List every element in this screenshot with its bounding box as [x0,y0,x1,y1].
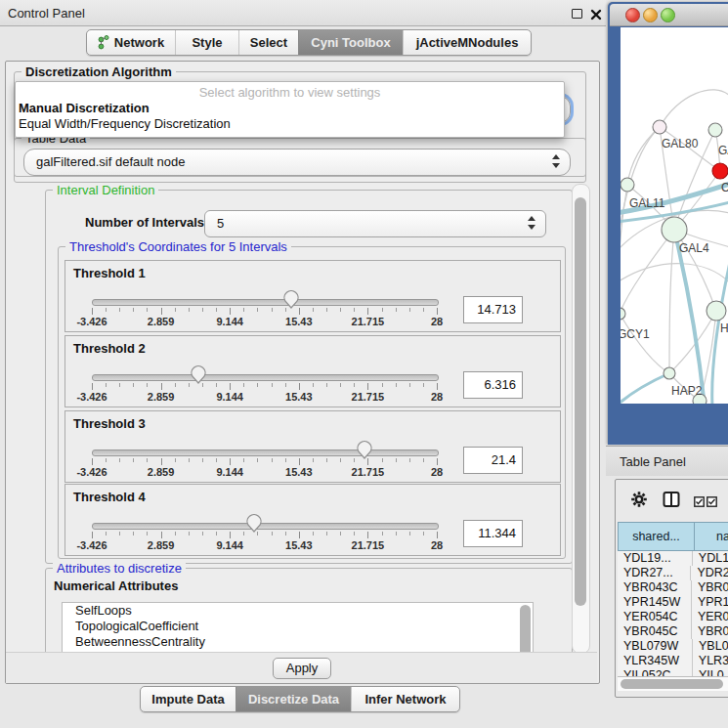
column-header-shared[interactable]: shared... [618,522,695,551]
traffic-red-icon[interactable] [625,8,640,22]
list-scrollbar[interactable] [520,605,531,652]
tab-impute-data[interactable]: Impute Data [141,687,236,711]
cell-shared-name[interactable]: YLR345W [618,654,693,668]
table-hscrollbar[interactable] [618,676,728,691]
num-intervals-label: Number of Intervals [85,215,204,230]
table-row[interactable]: YBR043CYBR0 [618,580,728,595]
column-header-name[interactable]: na [695,522,728,551]
cell-name[interactable]: YER0 [692,610,728,624]
cell-shared-name[interactable]: YIL052C [618,668,693,676]
tab-jactivemnodules[interactable]: jActiveMNodules [403,30,531,55]
cell-name[interactable]: YDL1 [693,551,728,566]
slider-track[interactable] [92,450,439,456]
slider-tick [354,308,355,312]
attribute-item[interactable]: BetweennessCentrality [75,634,533,650]
cell-shared-name[interactable]: YBR043C [618,580,692,595]
attribute-item[interactable]: TopologicalCoefficient [75,619,533,634]
tab-style[interactable]: Style [175,30,238,55]
slider-tick [340,458,341,462]
float-icon[interactable] [572,9,582,19]
attribute-item[interactable]: SelfLoops [75,603,533,619]
tab-cyni-toolbox[interactable]: Cyni Toolbox [298,30,403,55]
slider-tick [175,458,176,462]
table-row[interactable]: YDR27...YDR2 [618,566,728,580]
num-intervals-combo[interactable]: 5 [204,210,546,237]
network-node[interactable] [708,123,722,137]
numerical-attributes-list[interactable]: SelfLoopsTopologicalCoefficientBetweenne… [62,602,534,652]
scrollbar-thumb[interactable] [621,679,723,689]
threshold-value-field[interactable]: 14.713 [463,296,523,323]
tab-network[interactable]: Network [87,30,175,55]
network-canvas[interactable]: GAL80GACGAL11GAL4GCY1HHAP2 [621,27,728,404]
table-row[interactable]: YPR145WYPR1 [618,595,728,610]
scrollbar-thumb[interactable] [575,197,586,606]
gear-icon[interactable] [630,491,648,512]
cell-name[interactable]: YBR0 [692,580,728,595]
slider-tick [147,458,148,462]
slider-thumb-icon[interactable] [190,365,207,384]
checkbox-checked-icon[interactable] [707,493,717,511]
network-node[interactable] [712,163,728,179]
threshold-value-field[interactable]: 11.344 [463,520,523,547]
slider-tick [299,308,300,315]
tab-label: jActiveMNodules [416,35,519,50]
table-data-group: Table Data galFiltered.sif default node [14,138,586,183]
table-row[interactable]: YBR045CYBR0 [618,624,728,639]
panel-scrollbar[interactable] [572,184,590,654]
network-node[interactable] [707,301,726,321]
table-row[interactable]: YIL052CYIL0 [618,668,728,676]
network-window-titlebar[interactable] [610,4,728,26]
slider-track[interactable] [92,523,439,530]
cell-name[interactable]: YBR0 [692,624,728,639]
cell-shared-name[interactable]: YPR145W [618,595,692,610]
cell-name[interactable]: YDR2 [691,566,728,580]
dropdown-option-manual[interactable]: Manual Discretization [19,101,150,115]
control-panel-tabs: Network Style Select Cyni Toolbox jActiv… [86,29,532,56]
cell-name[interactable]: YLR3 [693,654,728,668]
group-title: Interval Definition [53,184,158,197]
threshold-panel: Threshold 3 -3.4262.8599.14415.4321.7152… [64,410,561,483]
slider-track[interactable] [92,299,439,306]
network-node[interactable] [621,178,634,192]
cell-shared-name[interactable]: YER054C [618,610,692,624]
close-icon[interactable] [590,7,602,19]
slider-tick [367,308,368,315]
slider-track[interactable] [92,374,439,381]
checkbox-checked-icon[interactable] [694,493,705,511]
threshold-value-field[interactable]: 21.4 [463,447,523,474]
network-node[interactable] [621,308,625,320]
tab-select[interactable]: Select [238,30,298,55]
apply-button[interactable]: Apply [273,658,331,679]
slider-tick-label: 15.43 [275,316,323,327]
slider-tick [340,532,341,535]
network-node[interactable] [664,367,675,379]
cell-shared-name[interactable]: YDR27... [618,566,691,580]
table-row[interactable]: YBL079WYBL0 [618,639,728,654]
table-row[interactable]: YDL19...YDL1 [618,551,728,566]
traffic-yellow-icon[interactable] [643,8,658,22]
cell-name[interactable]: YIL0 [693,668,724,676]
table-data-combo[interactable]: galFiltered.sif default node [23,149,571,176]
threshold-value-field[interactable]: 6.316 [463,371,523,399]
cell-name[interactable]: YBL0 [693,639,728,654]
network-node[interactable] [662,217,687,242]
split-columns-icon[interactable] [663,491,680,512]
table-row[interactable]: YLR345WYLR3 [618,654,728,668]
cell-shared-name[interactable]: YBR045C [618,624,692,639]
table-row[interactable]: YER054CYER0 [618,610,728,624]
slider-thumb-icon[interactable] [356,441,373,459]
threshold-label: Threshold 4 [73,490,146,504]
traffic-green-icon[interactable] [661,8,675,22]
network-node[interactable] [653,120,666,134]
dropdown-option-equal-width[interactable]: Equal Width/Frequency Discretization [19,116,231,131]
cell-name[interactable]: YPR1 [692,595,728,610]
tab-discretize-data[interactable]: Discretize Data [236,687,351,711]
slider-tick [382,383,383,387]
tab-infer-network[interactable]: Infer Network [351,687,459,711]
slider-thumb-icon[interactable] [245,514,263,533]
slider-thumb-icon[interactable] [282,290,300,309]
cell-shared-name[interactable]: YBL079W [618,639,693,654]
cell-shared-name[interactable]: YDL19... [618,551,693,566]
dropdown-hint: Select algorithm to view settings [16,85,564,100]
slider-tick [285,458,286,462]
